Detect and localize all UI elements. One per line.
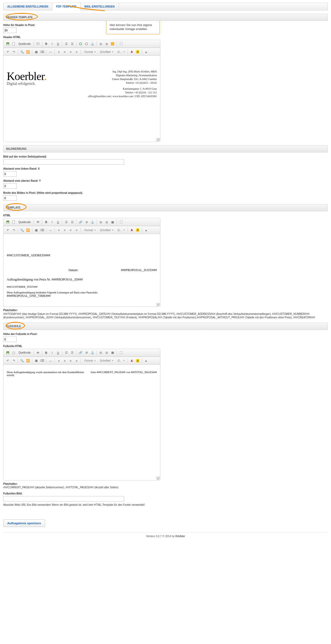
size-dropdown[interactable]: G...▼ — [116, 229, 126, 232]
undo-icon[interactable]: ↶ — [5, 49, 10, 54]
link-icon[interactable] — [78, 41, 83, 46]
newpage-icon[interactable] — [11, 41, 16, 46]
input-fuss-bild[interactable] — [3, 496, 124, 501]
bgcolor-icon[interactable]: A — [135, 49, 141, 54]
align-justify-icon[interactable]: ≡ — [74, 227, 79, 233]
collapse-icon[interactable]: ▴ — [143, 227, 149, 233]
table-icon[interactable]: ▦ — [110, 219, 115, 225]
replace-icon[interactable]: 🔁 — [25, 49, 31, 54]
newpage-icon[interactable]: ▢ — [11, 350, 16, 355]
input-abstand-y[interactable] — [3, 183, 17, 189]
source-button[interactable]: Quellcode — [17, 221, 32, 224]
textcolor-icon[interactable]: A — [129, 49, 135, 54]
size-dropdown[interactable]: G...▼ — [116, 359, 126, 362]
newpage-icon[interactable] — [11, 219, 16, 225]
unlink-icon[interactable]: ⊘ — [84, 350, 89, 355]
preview-icon[interactable] — [35, 41, 41, 46]
input-breite[interactable] — [3, 195, 17, 201]
removeformat-icon[interactable]: ⌫ — [39, 49, 45, 54]
anchor-icon[interactable]: ⚓ — [90, 41, 95, 46]
collapse-icon[interactable]: ▴ — [143, 358, 149, 363]
size-dropdown[interactable]: G...▼ — [116, 50, 126, 53]
list-ol-icon[interactable]: ☰ — [64, 41, 69, 46]
bgcolor-icon[interactable]: A — [135, 227, 141, 233]
italic-icon[interactable]: I — [49, 219, 55, 225]
input-header-height[interactable] — [3, 28, 17, 33]
editor-body-canvas[interactable]: ###CUSTOMER_ADDRESS### Datum:###PROPOSAL… — [3, 234, 160, 307]
removeformat-icon[interactable]: ⌫ — [39, 227, 45, 233]
underline-icon[interactable]: U — [55, 41, 61, 46]
bold-icon[interactable]: B — [44, 41, 49, 46]
tab-pdf-template[interactable]: PDF-TEMPLATE — [52, 3, 81, 10]
font-dropdown[interactable]: Schriftart▼ — [98, 359, 115, 362]
redo-icon[interactable]: ↷ — [11, 358, 16, 363]
underline-icon[interactable]: U — [55, 219, 61, 225]
preview-icon[interactable]: 👁 — [35, 350, 41, 355]
resize-handle-icon[interactable] — [156, 303, 160, 306]
tab-allgemeine[interactable]: ALLGEMEINE EINSTELLUNGEN — [3, 3, 52, 10]
align-left-icon[interactable]: ≡ — [56, 227, 62, 233]
align-right-icon[interactable]: ≡ — [68, 227, 73, 233]
removeformat-icon[interactable]: ⌫ — [39, 358, 45, 363]
list-ol-icon[interactable]: ☰ — [64, 219, 69, 225]
align-left-icon[interactable]: ≡ — [56, 49, 62, 54]
flash-icon[interactable]: ▦ — [104, 219, 109, 225]
maximize-icon[interactable]: ⛶ — [118, 350, 124, 355]
redo-icon[interactable]: ↷ — [11, 49, 16, 54]
align-center-icon[interactable]: ≡ — [62, 49, 67, 54]
save-icon[interactable] — [5, 350, 10, 355]
undo-icon[interactable]: ↶ — [5, 227, 10, 233]
textcolor-icon[interactable]: A — [129, 227, 135, 233]
hr-icon[interactable]: — — [48, 49, 53, 54]
save-icon[interactable] — [5, 41, 10, 46]
image-icon[interactable]: ▦ — [98, 41, 103, 46]
editor-header-canvas[interactable]: Koerbler. Digital erfolgreich. Ing. Dipl… — [3, 56, 160, 142]
resize-handle-icon[interactable] — [156, 476, 160, 480]
align-right-icon[interactable]: ≡ — [68, 358, 73, 363]
underline-icon[interactable]: U — [55, 350, 61, 355]
align-justify-icon[interactable]: ≡ — [74, 358, 79, 363]
input-abstand-x[interactable] — [3, 171, 17, 177]
find-icon[interactable]: 🔍 — [19, 358, 25, 363]
anchor-icon[interactable]: ⚓ — [90, 219, 95, 225]
bgcolor-icon[interactable]: A — [135, 358, 141, 363]
list-ol-icon[interactable]: ☰ — [64, 350, 69, 355]
tab-mail[interactable]: MAIL-EINSTELLUNGEN — [81, 3, 118, 10]
find-icon[interactable]: 🔍 — [19, 227, 25, 233]
input-fuss-height[interactable] — [3, 337, 17, 342]
align-left-icon[interactable]: ≡ — [56, 358, 62, 363]
undo-icon[interactable]: ↶ — [5, 358, 10, 363]
find-icon[interactable]: 🔍 — [19, 49, 25, 54]
anchor-icon[interactable]: ⚓ — [90, 350, 95, 355]
source-button[interactable]: Quellcode — [17, 42, 32, 45]
list-ul-icon[interactable]: ☰ — [70, 350, 75, 355]
input-bild-optional[interactable] — [3, 159, 124, 165]
save-button[interactable]: Auftragskreis speichern — [3, 519, 45, 527]
image-icon[interactable]: ▦ — [98, 219, 103, 225]
editor-footer-canvas[interactable]: Diese Auftragsbestätigung wurde automati… — [3, 365, 160, 480]
table-icon[interactable] — [110, 41, 115, 46]
save-icon[interactable] — [5, 219, 10, 225]
image-icon[interactable]: ▦ — [98, 350, 103, 355]
redo-icon[interactable]: ↷ — [11, 227, 16, 233]
selectall-icon[interactable]: ▦ — [34, 227, 39, 233]
align-right-icon[interactable]: ≡ — [68, 49, 73, 54]
replace-icon[interactable]: 🔁 — [25, 358, 31, 363]
font-dropdown[interactable]: Schriftart▼ — [98, 50, 115, 53]
align-center-icon[interactable]: ≡ — [62, 358, 67, 363]
selectall-icon[interactable]: ▦ — [34, 49, 39, 54]
flash-icon[interactable]: ▦ — [104, 350, 109, 355]
link-icon[interactable]: 🔗 — [78, 350, 83, 355]
unlink-icon[interactable] — [84, 41, 89, 46]
list-ul-icon[interactable]: ☰ — [70, 41, 75, 46]
format-dropdown[interactable]: Format▼ — [82, 229, 97, 232]
font-dropdown[interactable]: Schriftart▼ — [98, 229, 115, 232]
format-dropdown[interactable]: Format▼ — [82, 359, 97, 362]
unlink-icon[interactable]: ⊘ — [84, 219, 89, 225]
bold-icon[interactable]: B — [44, 350, 49, 355]
resize-handle-icon[interactable] — [156, 138, 160, 141]
italic-icon[interactable]: I — [49, 41, 55, 46]
list-ul-icon[interactable]: ☰ — [70, 219, 75, 225]
hr-icon[interactable]: — — [48, 358, 53, 363]
selectall-icon[interactable]: ▦ — [34, 358, 39, 363]
